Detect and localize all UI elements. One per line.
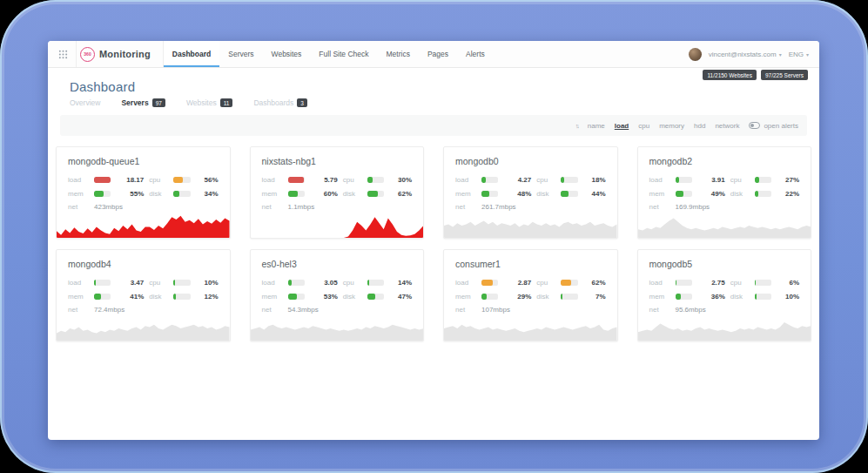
- mem-bar: [288, 191, 305, 197]
- metric-label: net: [455, 306, 476, 314]
- cpu-bar: [561, 177, 577, 183]
- stat-badge[interactable]: 97/225 Servers: [761, 70, 808, 80]
- server-card[interactable]: mongodb2 load 3.91 cpu 27% mem 49% disk …: [637, 146, 812, 239]
- sort-option[interactable]: cpu: [638, 122, 649, 130]
- tab[interactable]: Servers 97: [121, 98, 165, 107]
- nav-item[interactable]: Dashboard: [164, 41, 219, 67]
- net-value: 72.4mbps: [94, 306, 124, 314]
- tab-label: Dashboards: [253, 98, 293, 107]
- metric-value: 36%: [697, 293, 725, 301]
- logo[interactable]: 360 Monitoring: [76, 41, 163, 67]
- metrics: load 3.47 cpu 10% mem 41% disk 12%: [57, 279, 230, 301]
- load-bar: [288, 177, 305, 183]
- tab[interactable]: Overview: [70, 98, 100, 107]
- open-alerts-label: open alerts: [764, 122, 798, 130]
- metrics: load 3.91 cpu 27% mem 49% disk 22%: [638, 176, 811, 198]
- metrics: load 5.79 cpu 30% mem 60% disk 62%: [251, 176, 424, 198]
- metric-label: mem: [649, 293, 670, 301]
- nav-item[interactable]: Pages: [419, 41, 457, 67]
- disk-bar: [755, 191, 771, 197]
- metric-label: mem: [68, 190, 89, 198]
- metric-value: 62%: [389, 190, 412, 198]
- metric-value: 30%: [389, 176, 412, 184]
- metric-label: cpu: [536, 176, 555, 184]
- metric-label: net: [262, 306, 283, 314]
- server-card[interactable]: mongodb5 load 2.75 cpu 6% mem 36% disk 1…: [637, 249, 812, 341]
- open-alerts-toggle[interactable]: open alerts: [749, 122, 798, 130]
- metric-value: 4.27: [503, 176, 531, 184]
- metric-label: load: [455, 279, 476, 287]
- stats-badges: 11/2150 Websites97/225 Servers: [703, 70, 808, 80]
- disk-bar: [561, 294, 577, 300]
- sort-option[interactable]: hdd: [694, 122, 705, 130]
- sparkline-chart: [57, 316, 230, 341]
- server-name: nixstats-nbg1: [251, 147, 424, 166]
- metric-value: 12%: [196, 293, 219, 301]
- user-avatar[interactable]: [689, 48, 702, 61]
- server-card[interactable]: es0-hel3 load 3.05 cpu 14% mem 53% disk …: [250, 249, 425, 341]
- metric-value: 18.17: [116, 176, 144, 184]
- nav-item[interactable]: Servers: [219, 41, 262, 67]
- tab-count-badge: 11: [220, 98, 233, 107]
- nav-item[interactable]: Full Site Check: [310, 41, 377, 67]
- metric-label: cpu: [343, 279, 362, 287]
- disk-bar: [173, 191, 190, 197]
- metric-label: load: [649, 279, 670, 287]
- language-menu[interactable]: ENG ▾: [789, 51, 809, 58]
- metrics: load 2.87 cpu 62% mem 29% disk 7%: [444, 279, 617, 301]
- metric-label: net: [68, 203, 89, 211]
- sort-option[interactable]: name: [588, 122, 605, 130]
- metric-value: 27%: [777, 176, 799, 184]
- server-card[interactable]: mongodb-queue1 load 18.17 cpu 56% mem 55…: [56, 146, 231, 239]
- metric-value: 47%: [389, 293, 412, 301]
- tab[interactable]: Websites 11: [186, 98, 233, 107]
- load-bar: [94, 280, 111, 286]
- nav-item[interactable]: Websites: [263, 41, 311, 67]
- server-card[interactable]: mongodb4 load 3.47 cpu 10% mem 41% disk …: [56, 249, 231, 341]
- metric-value: 18%: [583, 176, 606, 184]
- metric-label: net: [649, 203, 670, 211]
- nav-item[interactable]: Metrics: [378, 41, 419, 67]
- server-card[interactable]: mongodb0 load 4.27 cpu 18% mem 48% disk …: [443, 146, 618, 239]
- metric-label: mem: [455, 293, 476, 301]
- sort-option[interactable]: load: [615, 122, 629, 130]
- chevron-down-icon: ▾: [779, 51, 782, 57]
- metric-label: mem: [68, 293, 89, 301]
- user-menu[interactable]: vincent@nixstats.com ▾: [709, 51, 782, 58]
- sort-icon[interactable]: ↑↓: [575, 123, 578, 129]
- tab-count-badge: 3: [297, 98, 307, 107]
- metric-value: 5.79: [310, 176, 338, 184]
- metric-label: mem: [455, 190, 476, 198]
- server-name: mongodb0: [444, 147, 617, 166]
- nav-item[interactable]: Alerts: [457, 41, 494, 67]
- metric-label: cpu: [536, 279, 555, 287]
- stat-badge[interactable]: 11/2150 Websites: [703, 70, 756, 80]
- metric-value: 2.75: [697, 279, 725, 287]
- net-row: net 72.4mbps: [57, 306, 230, 314]
- app-launcher-icon[interactable]: [57, 41, 76, 67]
- sparkline-chart: [638, 213, 811, 238]
- metric-label: disk: [536, 190, 555, 198]
- metric-value: 49%: [697, 190, 725, 198]
- server-name: mongodb5: [638, 250, 811, 269]
- cpu-bar: [173, 177, 190, 183]
- chevron-down-icon: ▾: [806, 51, 809, 57]
- server-card[interactable]: nixstats-nbg1 load 5.79 cpu 30% mem 60% …: [250, 146, 425, 239]
- metric-label: net: [262, 203, 283, 211]
- metrics: load 2.75 cpu 6% mem 36% disk 10%: [638, 279, 811, 301]
- top-nav-bar: 360 Monitoring DashboardServersWebsitesF…: [48, 41, 819, 68]
- server-card[interactable]: consumer1 load 2.87 cpu 62% mem 29% disk: [443, 249, 618, 341]
- metric-label: net: [68, 306, 89, 314]
- tab-label: Servers: [121, 98, 148, 107]
- load-bar: [676, 280, 692, 286]
- server-name: mongodb2: [638, 147, 811, 166]
- metric-label: load: [262, 279, 283, 287]
- mem-bar: [676, 294, 692, 300]
- metric-value: 6%: [777, 279, 799, 287]
- sort-option[interactable]: network: [715, 122, 739, 130]
- metric-label: mem: [262, 190, 283, 198]
- tab[interactable]: Dashboards 3: [253, 98, 306, 107]
- sort-option[interactable]: memory: [659, 122, 684, 130]
- metric-value: 3.91: [697, 176, 725, 184]
- metric-label: net: [649, 306, 670, 314]
